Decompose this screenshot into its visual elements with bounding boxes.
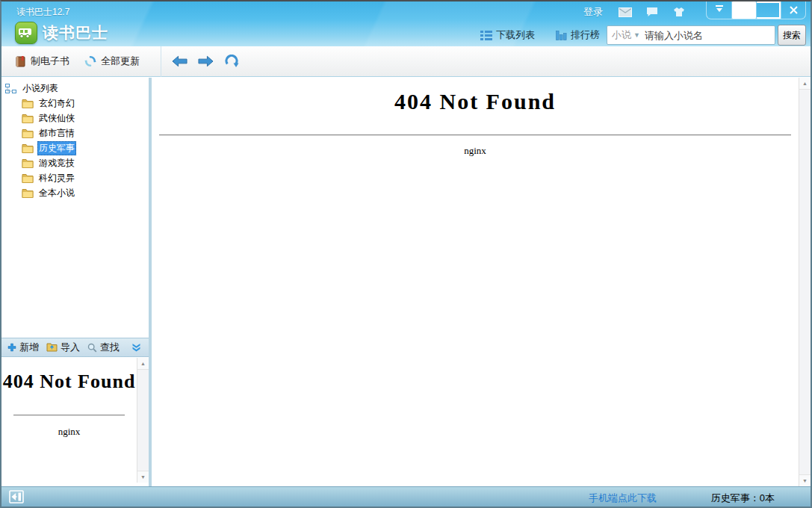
- ranking-bars-icon: [556, 31, 567, 40]
- search-category-dropdown[interactable]: 小说 ▼: [612, 28, 640, 42]
- tree-item-lishi-selected[interactable]: 历史军事: [1, 140, 149, 155]
- window-title: 读书巴士12.7: [16, 6, 69, 19]
- scroll-down-arrow[interactable]: ▼: [137, 471, 149, 483]
- close-icon: [790, 6, 798, 14]
- download-list-button[interactable]: 下载列表: [480, 28, 535, 42]
- status-bar: 手机端点此下载 历史军事：0本: [1, 486, 811, 507]
- folder-icon: [22, 143, 34, 153]
- search-category-label: 小说: [612, 28, 631, 42]
- search-input[interactable]: [645, 30, 770, 41]
- tree-item-label: 都市言情: [37, 126, 76, 140]
- window-controls: [706, 1, 806, 19]
- update-all-label: 全部更新: [101, 55, 140, 68]
- tree-item-label: 游戏竞技: [37, 156, 76, 170]
- header-search: 小说 ▼ 搜索: [607, 25, 806, 46]
- tree-root-label: 小说列表: [21, 81, 60, 96]
- folder-icon: [22, 188, 34, 198]
- add-button[interactable]: 新增: [7, 341, 39, 354]
- tree-item-quanben[interactable]: 全本小说: [1, 185, 149, 200]
- refresh-arrow-icon: [224, 55, 239, 68]
- make-ebook-label: 制电子书: [31, 55, 69, 68]
- scroll-up-arrow[interactable]: ▲: [799, 78, 811, 90]
- login-button[interactable]: 登录: [583, 5, 603, 19]
- collapse-sidebar-button[interactable]: [9, 490, 24, 504]
- double-chevron-down-icon: [131, 343, 141, 352]
- folder-icon: [22, 99, 34, 108]
- maximize-button[interactable]: [756, 1, 781, 19]
- sidebar-preview-scrollbar[interactable]: ▲ ▼: [137, 358, 149, 483]
- mail-icon[interactable]: [618, 6, 633, 18]
- tree-item-kehuan[interactable]: 科幻灵异: [1, 170, 149, 185]
- close-button[interactable]: [781, 1, 805, 19]
- tree-item-wuxia[interactable]: 武侠仙侠: [1, 111, 149, 126]
- main-toolbar: 制电子书 全部更新: [1, 46, 811, 77]
- message-icon[interactable]: [645, 6, 660, 18]
- chevron-down-icon: [707, 1, 731, 19]
- preview-server-label: nginx: [1, 426, 137, 438]
- import-button[interactable]: 导入: [46, 341, 80, 354]
- main-scrollbar[interactable]: ▲ ▼: [799, 78, 811, 486]
- search-box: 小说 ▼: [607, 25, 775, 45]
- titlebar-actions: 登录: [583, 1, 806, 22]
- forward-arrow-icon: [198, 55, 214, 67]
- ranking-button[interactable]: 排行榜: [556, 28, 600, 42]
- import-label: 导入: [61, 341, 80, 354]
- folder-icon: [22, 114, 34, 123]
- error-page: 404 Not Found nginx: [152, 78, 799, 486]
- server-label: nginx: [152, 145, 799, 157]
- minimize-button[interactable]: [731, 1, 756, 19]
- tree-item-label: 武侠仙侠: [37, 111, 76, 126]
- tree-item-xuanhuan[interactable]: 玄幻奇幻: [1, 96, 149, 111]
- ranking-label: 排行榜: [571, 28, 600, 42]
- find-button[interactable]: 查找: [87, 341, 120, 354]
- caret-down-icon: ▼: [633, 31, 640, 39]
- sidebar-preview-pane: 404 Not Found nginx: [1, 358, 137, 483]
- scroll-up-arrow[interactable]: ▲: [137, 358, 149, 370]
- book-icon: [15, 56, 26, 67]
- plus-icon: [7, 343, 16, 352]
- error-heading: 404 Not Found: [152, 89, 799, 114]
- header-nav: 下载列表 排行榜: [480, 28, 600, 42]
- collapse-panel-button[interactable]: [131, 343, 141, 352]
- skin-shirt-icon[interactable]: [672, 6, 687, 18]
- refresh-ring-icon: [84, 55, 96, 67]
- preview-heading: 404 Not Found: [1, 368, 137, 395]
- tree-item-youxi[interactable]: 游戏竞技: [1, 155, 149, 170]
- menu-chevron-button[interactable]: [707, 1, 731, 19]
- mobile-download-link[interactable]: 手机端点此下载: [589, 492, 657, 505]
- maximize-icon: [757, 1, 781, 19]
- folder-icon: [22, 128, 34, 138]
- tree-item-dushi[interactable]: 都市言情: [1, 126, 149, 140]
- category-book-count: 历史军事：0本: [711, 492, 775, 505]
- tree-item-label: 玄幻奇幻: [37, 96, 76, 111]
- forward-button[interactable]: [198, 55, 214, 67]
- folder-icon: [22, 158, 34, 168]
- novel-category-tree: 小说列表 玄幻奇幻 武侠仙侠 都市言情 历史军事 游戏竞技 科幻灵异 全本小说: [1, 78, 149, 336]
- download-list-label: 下载列表: [496, 28, 535, 42]
- app-header: 读书巴士12.7 登录: [1, 1, 811, 46]
- tree-item-label: 科幻灵异: [37, 171, 76, 185]
- import-folder-icon: [46, 343, 58, 352]
- make-ebook-button[interactable]: 制电子书: [7, 46, 77, 76]
- scroll-down-arrow[interactable]: ▼: [799, 474, 811, 486]
- app-logo: 读书巴士: [15, 22, 108, 44]
- tree-item-label-selected: 历史军事: [37, 141, 76, 155]
- tree-root-novel-list[interactable]: 小说列表: [1, 78, 149, 96]
- refresh-button[interactable]: [224, 55, 239, 68]
- find-label: 查找: [100, 341, 120, 354]
- update-all-button[interactable]: 全部更新: [77, 46, 147, 76]
- main-content-pane: 404 Not Found nginx ▲ ▼: [152, 78, 811, 486]
- back-button[interactable]: [172, 55, 187, 67]
- toolbar-separator: [161, 46, 161, 77]
- search-button[interactable]: 搜索: [778, 25, 806, 46]
- error-divider: [159, 134, 791, 136]
- app-window: 读书巴士12.7 登录: [0, 0, 812, 508]
- tree-node-icon: [5, 84, 17, 93]
- nav-arrows: [172, 55, 239, 68]
- sidebar-toolbar: 新增 导入 查找: [1, 338, 149, 357]
- preview-divider: [13, 415, 125, 416]
- download-list-icon: [480, 31, 492, 40]
- folder-icon: [22, 173, 34, 183]
- tree-item-label: 全本小说: [37, 186, 76, 200]
- back-arrow-icon: [172, 55, 187, 67]
